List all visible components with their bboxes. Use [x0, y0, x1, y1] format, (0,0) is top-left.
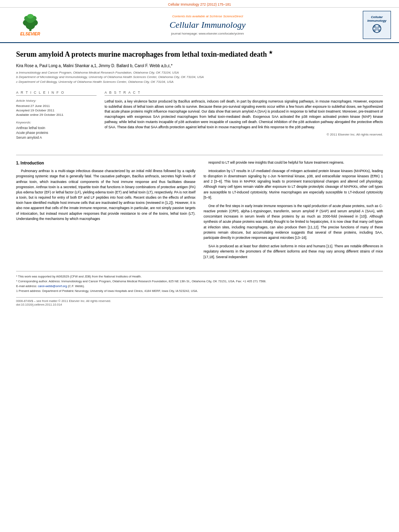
body-section: 1. Introduction Pulmonary anthrax is a m…	[0, 155, 399, 271]
section1-title: 1. Introduction	[16, 160, 195, 166]
article-title: Serum amyloid A protects murine macropha…	[16, 49, 383, 60]
accepted-date: Accepted 19 October 2011	[16, 109, 97, 112]
journal-title: Cellular Immunology	[52, 20, 363, 30]
sciverse-link[interactable]: SciVerse ScienceDirect	[210, 14, 243, 18]
keyword-2: Acute phase proteins	[16, 131, 97, 135]
available-date: Available online 29 October 2011	[16, 113, 97, 117]
abstract-text: Lethal toxin, a key virulence factor pro…	[105, 99, 383, 130]
article-info-heading: A R T I C L E I N F O	[16, 90, 97, 96]
affiliation-b: b Department of Microbiology and Immunob…	[16, 75, 383, 79]
top-citation-bar: Cellular Immunology 272 (2012) 175–181	[0, 0, 399, 8]
contents-available: Contents lists available at SciVerse Sci…	[52, 14, 363, 18]
body-para-4: One of the first steps in early innate i…	[204, 203, 383, 240]
article-content: Serum amyloid A protects murine macropha…	[0, 43, 399, 148]
doi-line: doi:10.1016/j.cellimm.2011.10.014	[16, 303, 383, 306]
journal-header: ELSEVIER Contents lists available at Sci…	[0, 8, 399, 43]
journal-homepage: journal homepage: www.elsevier.com/locat…	[52, 32, 363, 35]
copyright-line: © 2011 Elsevier Inc. All rights reserved…	[105, 133, 383, 136]
info-abstract-section: A R T I C L E I N F O Article history: R…	[16, 90, 383, 140]
history-label: Article history:	[16, 99, 97, 103]
footnote-2: * Corresponding author. Address: Immunob…	[16, 279, 383, 283]
email-link[interactable]: carol-webb@omrf.org	[38, 284, 67, 288]
article-info-col: A R T I C L E I N F O Article history: R…	[16, 90, 97, 140]
journal-center-info: Contents lists available at SciVerse Sci…	[52, 14, 363, 35]
affiliation-c: c Department of Cell Biology, University…	[16, 80, 383, 84]
footnote-email: E-mail address: carol-webb@omrf.org (C.F…	[16, 284, 383, 288]
body-para-1: Pulmonary anthrax is a multi-stage infec…	[16, 168, 195, 222]
keywords-label: Keywords:	[16, 121, 97, 124]
ci-logo-box: Cellular Immunology	[363, 11, 391, 39]
body-para-3: Intoxication by LT results in LF-mediate…	[204, 168, 383, 200]
keyword-1: Anthrax lethal toxin	[16, 126, 97, 130]
issn-line: 0008-8749/$ – see front matter © 2011 El…	[16, 299, 383, 303]
abstract-heading: A B S T R A C T	[105, 90, 383, 96]
ci-logo-icon	[369, 23, 385, 35]
authors-line: Kira Rose a, Paul Long a, Malini Shankar…	[16, 64, 383, 68]
page: Cellular Immunology 272 (2012) 175–181 E…	[0, 0, 399, 532]
body-para-5: SAA is produced as at least four distinc…	[204, 244, 383, 260]
svg-point-10	[373, 25, 376, 28]
footnote-1: * This work was supported by AI062629 (C…	[16, 275, 383, 278]
bottom-bar: 0008-8749/$ – see front matter © 2011 El…	[16, 297, 383, 308]
received-date: Received 27 June 2011	[16, 104, 97, 108]
body-left-col: 1. Introduction Pulmonary anthrax is a m…	[16, 160, 195, 263]
svg-point-13	[378, 29, 380, 32]
elsevier-logo-area: ELSEVIER	[8, 14, 52, 36]
abstract-col: A B S T R A C T Lethal toxin, a key viru…	[105, 90, 383, 140]
footnote-3: 1 Present address: Department of Pediatr…	[16, 289, 383, 293]
svg-point-11	[378, 25, 380, 28]
affiliations: a Immunobiology and Cancer Program, Okla…	[16, 70, 383, 84]
journal-citation: Cellular Immunology 272 (2012) 175–181	[168, 2, 231, 6]
body-right-col: respond to LT will provide new insights …	[204, 160, 383, 263]
footnote-section: * This work was supported by AI062629 (C…	[16, 271, 383, 296]
ci-logo-area: Cellular Immunology	[363, 11, 391, 39]
affiliation-a: a Immunobiology and Cancer Program, Okla…	[16, 70, 383, 75]
svg-point-7	[27, 14, 33, 19]
elsevier-logo: ELSEVIER	[8, 14, 52, 36]
elsevier-text: ELSEVIER	[20, 32, 40, 36]
svg-point-12	[373, 29, 376, 32]
elsevier-tree-icon	[19, 14, 41, 32]
body-para-2: respond to LT will provide new insights …	[204, 160, 383, 165]
keyword-3: Serum amyloid A	[16, 136, 97, 140]
